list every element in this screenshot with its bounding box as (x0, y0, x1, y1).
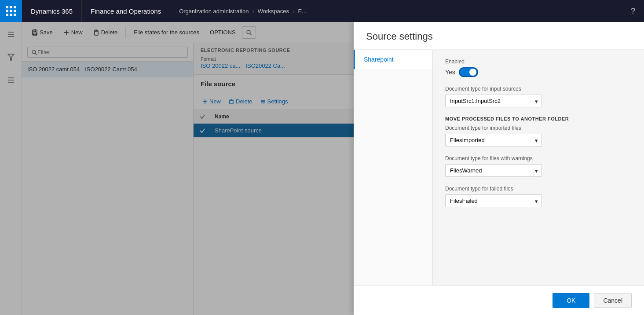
source-settings-panel: Source settings Sharepoint Enabled Yes (354, 22, 644, 315)
breadcrumb-sep2: › (293, 8, 294, 15)
breadcrumb: Organization administration › Workspaces… (170, 8, 622, 15)
doc-type-input-dropdown[interactable]: InputSrc1:InputSrc2 (450, 98, 537, 104)
panel-body: Sharepoint Enabled Yes Document type for… (354, 50, 644, 286)
enabled-row: Yes (445, 67, 632, 77)
doc-type-imported-label: Document type for imported files (445, 125, 632, 131)
doc-type-warnings-label: Document type for files with warnings (445, 155, 632, 161)
ok-button[interactable]: OK (553, 293, 589, 308)
doc-type-failed-label: Document type for failed files (445, 186, 632, 192)
top-nav: Dynamics 365 Finance and Operations Orga… (0, 0, 644, 22)
doc-type-failed-select[interactable]: FilesFailed ▾ (445, 194, 542, 207)
panel-footer: OK Cancel (354, 286, 644, 315)
toggle-thumb (469, 69, 476, 76)
enabled-label: Enabled (445, 59, 632, 65)
breadcrumb-workspaces[interactable]: Workspaces (258, 8, 289, 15)
doc-type-input-group: Document type for input sources InputSrc… (445, 86, 632, 107)
panel-sidebar: Sharepoint (354, 50, 433, 286)
main-layout: Save New Delete File states for the (0, 22, 644, 315)
apps-menu-button[interactable] (0, 0, 22, 22)
panel-title: Source settings (354, 22, 644, 50)
breadcrumb-org[interactable]: Organization administration (179, 8, 249, 15)
help-button[interactable]: ? (622, 0, 644, 22)
doc-type-imported-dropdown[interactable]: FilesImported (450, 137, 537, 143)
doc-type-imported-group: Document type for imported files FilesIm… (445, 125, 632, 147)
doc-type-failed-group: Document type for failed files FilesFail… (445, 186, 632, 207)
panel-nav-sharepoint[interactable]: Sharepoint (354, 50, 432, 69)
enabled-value: Yes (445, 69, 455, 76)
doc-type-input-label: Document type for input sources (445, 86, 632, 92)
doc-type-warnings-group: Document type for files with warnings Fi… (445, 155, 632, 177)
enabled-field-group: Enabled Yes (445, 59, 632, 77)
doc-type-warnings-dropdown[interactable]: FilesWarned (450, 167, 537, 174)
breadcrumb-current: E... (298, 8, 307, 15)
doc-type-failed-dropdown[interactable]: FilesFailed (450, 198, 537, 204)
doc-type-imported-select[interactable]: FilesImported ▾ (445, 134, 542, 147)
cancel-button[interactable]: Cancel (594, 293, 632, 308)
app-name-label: Finance and Operations (82, 0, 170, 22)
panel-main: Enabled Yes Document type for input sour… (433, 50, 644, 286)
enabled-toggle[interactable] (459, 67, 478, 77)
doc-type-input-select[interactable]: InputSrc1:InputSrc2 ▾ (445, 95, 542, 107)
move-section-label: MOVE PROCESSED FILES TO ANOTHER FOLDER (445, 116, 632, 121)
brand-label: Dynamics 365 (22, 0, 82, 22)
breadcrumb-sep1: › (252, 8, 254, 15)
doc-type-warnings-select[interactable]: FilesWarned ▾ (445, 164, 542, 177)
